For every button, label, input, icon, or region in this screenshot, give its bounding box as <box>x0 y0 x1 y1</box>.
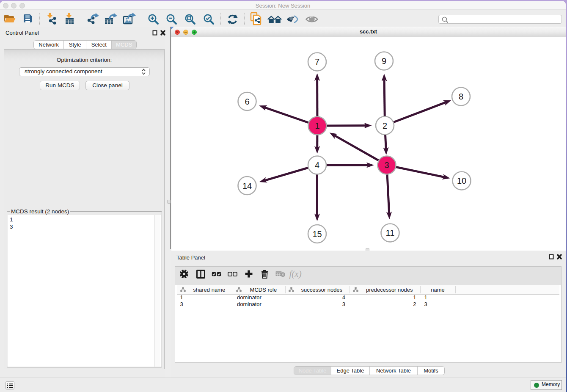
svg-text:8: 8 <box>459 92 463 101</box>
svg-text:2: 2 <box>383 121 387 130</box>
svg-text:7: 7 <box>315 57 319 66</box>
svg-text:15: 15 <box>312 229 322 239</box>
svg-text:10: 10 <box>457 176 466 185</box>
svg-text:4: 4 <box>315 160 319 170</box>
svg-text:3: 3 <box>384 160 389 170</box>
svg-text:9: 9 <box>382 56 386 66</box>
svg-text:11: 11 <box>386 228 395 237</box>
svg-text:14: 14 <box>242 181 252 190</box>
svg-text:6: 6 <box>245 97 249 106</box>
svg-text:1: 1 <box>315 121 319 130</box>
